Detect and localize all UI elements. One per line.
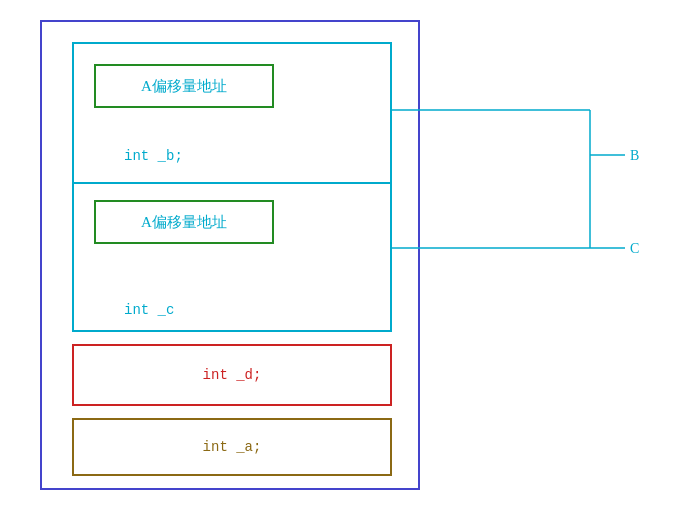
- label-c-text: A偏移量地址: [141, 213, 227, 232]
- block-d: int _d;: [72, 344, 392, 406]
- code-b: int _b;: [124, 148, 183, 164]
- connector-c-label: C: [630, 241, 639, 256]
- label-box-b: A偏移量地址: [94, 64, 274, 108]
- label-box-c: A偏移量地址: [94, 200, 274, 244]
- code-d: int _d;: [203, 367, 262, 383]
- inner-container: A偏移量地址 int _b; A偏移量地址 int _c: [72, 42, 392, 332]
- code-c: int _c: [124, 302, 174, 318]
- connector-b-label: B: [630, 148, 639, 163]
- block-a: int _a;: [72, 418, 392, 476]
- code-a: int _a;: [203, 439, 262, 455]
- block-c: A偏移量地址 int _c: [74, 184, 390, 332]
- label-b-text: A偏移量地址: [141, 77, 227, 96]
- block-b: A偏移量地址 int _b;: [74, 44, 390, 184]
- main-container: A偏移量地址 int _b; A偏移量地址 int _c int _d; int…: [40, 20, 420, 490]
